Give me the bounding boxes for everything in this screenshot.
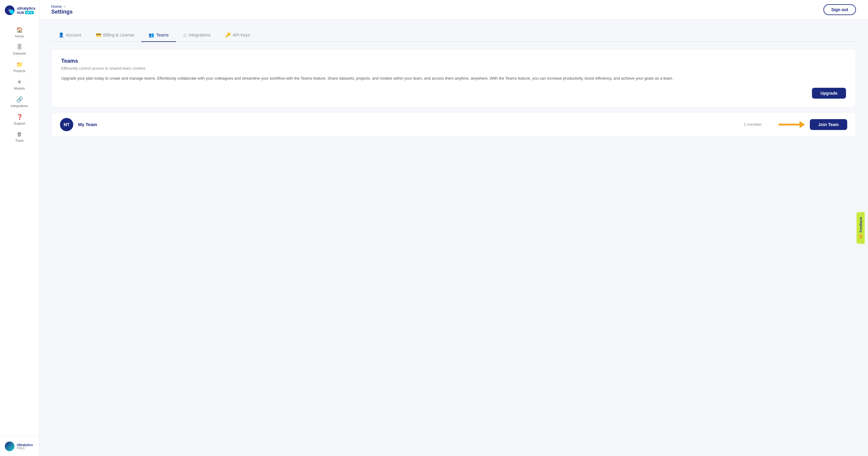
tab-integrations[interactable]: ◇ Integrations xyxy=(176,29,218,42)
sidebar-user-info: Ultralytics FREE xyxy=(17,443,33,450)
sidebar-item-home-label: Home xyxy=(15,34,24,38)
models-icon: ✳ xyxy=(17,79,22,85)
logo-beta: BETA xyxy=(25,11,34,14)
tab-teams[interactable]: 👥 Teams xyxy=(141,29,176,42)
sidebar-item-datasets[interactable]: 🗄 Datasets xyxy=(0,41,39,58)
sidebar-item-integrations[interactable]: 🔗 Integrations xyxy=(0,93,39,111)
sidebar-item-models-label: Models xyxy=(14,87,25,90)
join-team-container: Join Team xyxy=(778,119,847,130)
home-icon: 🏠 xyxy=(16,27,23,33)
team-name: My Team xyxy=(78,122,739,127)
logo-icon: U xyxy=(5,5,14,15)
team-initials: MT xyxy=(64,122,70,127)
breadcrumb-home: Home xyxy=(51,4,62,9)
arrow-indicator xyxy=(778,121,805,128)
teams-icon: 👥 xyxy=(149,32,154,38)
avatar xyxy=(5,441,14,451)
teams-info-subtitle: Efficiently control access to shared tea… xyxy=(61,66,846,70)
sidebar-user-name: Ultralytics xyxy=(17,443,33,447)
billing-icon: 💳 xyxy=(96,32,101,38)
tab-account[interactable]: 👤 Account xyxy=(51,29,89,42)
teams-info-desc: Upgrade your plan today to create and ma… xyxy=(61,76,846,82)
team-row-card: MT My Team 1 member Join Team xyxy=(51,112,856,137)
team-avatar: MT xyxy=(60,118,73,131)
topbar: Home > Settings Sign out xyxy=(39,0,868,20)
sidebar-item-integrations-label: Integrations xyxy=(11,104,28,108)
arrow-head xyxy=(800,121,805,128)
tab-apikeys[interactable]: 🔑 API Keys xyxy=(218,29,257,42)
sidebar-item-home[interactable]: 🏠 Home xyxy=(0,24,39,41)
integrations-tab-icon: ◇ xyxy=(183,32,187,38)
sidebar-item-trash-label: Trash xyxy=(16,139,24,142)
arrow-body xyxy=(778,124,800,125)
apikeys-icon: 🔑 xyxy=(225,32,231,38)
sidebar-item-projects-label: Projects xyxy=(13,69,26,73)
main: Home > Settings Sign out 👤 Account 💳 Bil… xyxy=(39,0,868,456)
trash-icon: 🗑 xyxy=(17,131,22,138)
breadcrumb: Home > Settings xyxy=(51,4,73,15)
breadcrumb-sep: > xyxy=(64,4,66,9)
sidebar-item-support[interactable]: ❓ Support xyxy=(0,111,39,128)
tab-billing[interactable]: 💳 Billing & License xyxy=(89,29,142,42)
tab-account-label: Account xyxy=(66,33,82,37)
tab-teams-label: Teams xyxy=(156,33,168,37)
tabs: 👤 Account 💳 Billing & License 👥 Teams ◇ … xyxy=(51,29,856,42)
sidebar-nav: 🏠 Home 🗄 Datasets 📁 Projects ✳ Models 🔗 … xyxy=(0,21,39,436)
feedback-tab[interactable]: 😊 Feedback xyxy=(857,212,865,244)
sidebar-item-datasets-label: Datasets xyxy=(13,52,26,55)
logo-title: ultralytics xyxy=(17,6,35,11)
logo-subtitle: HUB BETA xyxy=(17,11,35,15)
support-icon: ❓ xyxy=(16,114,23,120)
content: 👤 Account 💳 Billing & License 👥 Teams ◇ … xyxy=(39,20,868,456)
teams-info-card: Teams Efficiently control access to shar… xyxy=(51,49,856,107)
tab-apikeys-label: API Keys xyxy=(233,33,250,37)
sidebar-item-trash[interactable]: 🗑 Trash xyxy=(0,128,39,145)
sidebar-item-support-label: Support xyxy=(13,121,25,125)
team-member-count: 1 member xyxy=(744,122,762,127)
sidebar-footer: Ultralytics FREE xyxy=(0,436,39,456)
join-team-button[interactable]: Join Team xyxy=(810,119,847,130)
sidebar-item-models[interactable]: ✳ Models xyxy=(0,76,39,93)
team-row: MT My Team 1 member Join Team xyxy=(52,113,856,137)
feedback-icon: 😊 xyxy=(858,234,863,239)
logo: U ultralytics HUB BETA xyxy=(0,0,39,21)
account-icon: 👤 xyxy=(59,32,64,38)
integrations-icon: 🔗 xyxy=(16,96,23,103)
teams-info-title: Teams xyxy=(61,58,846,64)
tab-billing-label: Billing & License xyxy=(103,33,134,37)
projects-icon: 📁 xyxy=(16,61,23,68)
page-title: Settings xyxy=(51,9,73,15)
feedback-label: Feedback xyxy=(859,217,863,232)
sidebar: U ultralytics HUB BETA 🏠 Home 🗄 Datasets… xyxy=(0,0,39,456)
logo-hub: HUB xyxy=(17,11,24,15)
upgrade-button[interactable]: Upgrade xyxy=(812,88,846,98)
logo-text: ultralytics HUB BETA xyxy=(17,6,35,15)
datasets-icon: 🗄 xyxy=(17,44,22,50)
sidebar-user-plan: FREE xyxy=(17,447,33,450)
tab-integrations-label: Integrations xyxy=(189,33,211,37)
sign-out-button[interactable]: Sign out xyxy=(824,4,856,15)
sidebar-item-projects[interactable]: 📁 Projects xyxy=(0,58,39,76)
breadcrumb-nav: Home > xyxy=(51,4,73,9)
